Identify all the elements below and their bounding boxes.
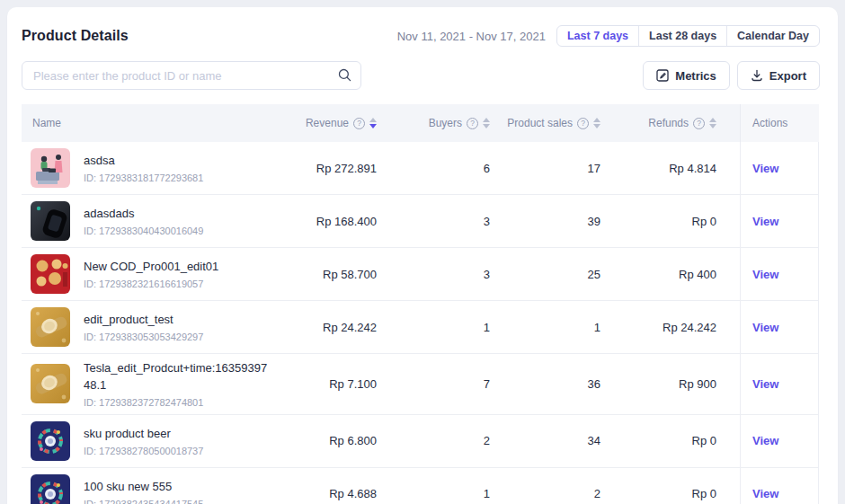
- product-name: edit_product_test: [84, 312, 203, 329]
- refunds-value: Rp 0: [600, 215, 716, 228]
- actions-cell: View: [740, 415, 819, 467]
- toolbar: Metrics Export: [7, 47, 838, 90]
- card-header: Product Details Nov 11, 2021 - Nov 17, 2…: [7, 7, 838, 47]
- table-body: asdsa ID: 1729383181772293681 Rp 272.891…: [22, 142, 818, 504]
- revenue-sort-icon[interactable]: [369, 118, 377, 128]
- search-icon[interactable]: [338, 68, 351, 82]
- product-sales-value: 39: [490, 215, 600, 228]
- column-header-revenue[interactable]: Revenue: [269, 117, 377, 129]
- view-link[interactable]: View: [752, 268, 778, 281]
- product-name-cell: Tesla_edit_Prodcut+time:1635939748.1 ID:…: [22, 354, 269, 414]
- view-link[interactable]: View: [752, 162, 778, 175]
- buyers-value: 3: [377, 268, 490, 281]
- buyers-value: 1: [377, 487, 490, 500]
- buyers-value: 7: [377, 377, 490, 391]
- gold-coins-red-thumb: [31, 254, 70, 294]
- view-link[interactable]: View: [752, 377, 778, 391]
- table-row: Tesla_edit_Prodcut+time:1635939748.1 ID:…: [22, 354, 818, 415]
- refunds-value: Rp 24.242: [600, 321, 716, 334]
- buyers-value: 3: [377, 215, 490, 228]
- product-name: asdsa: [84, 153, 203, 170]
- column-header-buyers[interactable]: Buyers: [377, 117, 490, 129]
- product-table: Name Revenue Buyers Product sales Refund…: [22, 104, 819, 504]
- refunds-value: Rp 0: [600, 487, 716, 500]
- export-download-icon: [751, 69, 763, 82]
- refunds-sort-icon[interactable]: [709, 118, 716, 128]
- metrics-button[interactable]: Metrics: [643, 61, 730, 90]
- product-thumbnail: [31, 421, 70, 461]
- view-link[interactable]: View: [752, 434, 778, 447]
- actions-cell: View: [740, 248, 819, 300]
- refunds-value: Rp 0: [600, 434, 716, 447]
- beer-product-navy-thumb: [31, 421, 70, 461]
- search-input[interactable]: [22, 61, 361, 90]
- product-thumbnail: [31, 474, 70, 504]
- export-button-label: Export: [769, 69, 806, 83]
- revenue-help-icon[interactable]: [353, 118, 365, 129]
- date-range-segmented-control: Last 7 days Last 28 days Calendar Day: [556, 25, 820, 47]
- table-row: sku product beer ID: 1729382780500018737…: [22, 415, 818, 468]
- product-thumbnail: [31, 307, 70, 347]
- range-button-calendar-day[interactable]: Calendar Day: [726, 26, 819, 46]
- table-row: edit_product_test ID: 172938305305342929…: [22, 301, 818, 354]
- beer-product-navy-thumb: [31, 474, 70, 504]
- product-thumbnail: [31, 254, 70, 294]
- table-header-row: Name Revenue Buyers Product sales Refund…: [22, 104, 818, 142]
- revenue-value: Rp 24.242: [269, 321, 377, 334]
- page-title: Product Details: [22, 28, 129, 44]
- product-sales-value: 36: [490, 377, 600, 391]
- metrics-button-label: Metrics: [675, 69, 716, 83]
- product-name: 100 sku new 555: [84, 479, 203, 496]
- product-id: ID: 1729383053053429297: [84, 332, 203, 342]
- table-actions: Metrics Export: [643, 61, 820, 90]
- view-link[interactable]: View: [752, 215, 778, 228]
- revenue-value: Rp 4.688: [269, 487, 377, 500]
- product-id: ID: 1729383040430016049: [84, 225, 203, 236]
- refunds-value: Rp 900: [600, 377, 716, 391]
- product-name: New COD_Pro001_edit01: [84, 259, 218, 276]
- smartwatch-photo-thumb: [31, 201, 70, 241]
- product-id: ID: 1729382372782474801: [84, 397, 269, 408]
- product-id: ID: 1729382435434417545: [84, 499, 203, 504]
- gold-watch-thumb: [31, 364, 70, 403]
- product-name-cell: asdsa ID: 1729383181772293681: [22, 142, 269, 194]
- actions-cell: View: [740, 468, 819, 504]
- refunds-value: Rp 4.814: [600, 162, 716, 175]
- gold-watch-thumb: [31, 307, 70, 347]
- range-button-last-7-days[interactable]: Last 7 days: [557, 26, 638, 46]
- revenue-value: Rp 168.400: [269, 215, 377, 228]
- column-header-refunds[interactable]: Refunds: [600, 117, 716, 129]
- buyers-sort-icon[interactable]: [483, 118, 490, 128]
- actions-cell: View: [740, 195, 819, 247]
- product-sales-help-icon[interactable]: [577, 118, 589, 129]
- column-header-name: Name: [22, 117, 269, 129]
- column-header-actions: Actions: [740, 104, 819, 142]
- export-button[interactable]: Export: [737, 61, 820, 90]
- product-name: Tesla_edit_Prodcut+time:1635939748.1: [84, 360, 269, 394]
- revenue-value: Rp 6.800: [269, 434, 377, 447]
- product-name-cell: sku product beer ID: 1729382780500018737: [22, 415, 269, 467]
- buyers-value: 6: [377, 162, 490, 175]
- column-header-product-sales[interactable]: Product sales: [490, 117, 600, 129]
- product-sales-value: 25: [490, 268, 600, 281]
- product-sales-sort-icon[interactable]: [593, 118, 600, 128]
- view-link[interactable]: View: [752, 487, 778, 500]
- metrics-edit-icon: [656, 69, 669, 82]
- view-link[interactable]: View: [752, 321, 778, 334]
- product-name-cell: edit_product_test ID: 172938305305342929…: [22, 301, 269, 353]
- product-name: sku product beer: [84, 426, 203, 443]
- buyers-help-icon[interactable]: [467, 118, 478, 129]
- product-id: ID: 1729383181772293681: [84, 172, 203, 183]
- checkout-illustration-thumb: [31, 148, 70, 188]
- buyers-value: 2: [377, 434, 490, 447]
- range-button-last-28-days[interactable]: Last 28 days: [638, 26, 726, 46]
- refunds-help-icon[interactable]: [693, 118, 705, 129]
- buyers-value: 1: [377, 321, 490, 334]
- revenue-value: Rp 7.100: [269, 377, 377, 391]
- revenue-value: Rp 272.891: [269, 162, 377, 175]
- table-row: New COD_Pro001_edit01 ID: 17293823216166…: [22, 248, 818, 301]
- actions-cell: View: [740, 354, 819, 414]
- actions-cell: View: [740, 142, 819, 194]
- product-thumbnail: [31, 364, 70, 403]
- table-row: adasdads ID: 1729383040430016049 Rp 168.…: [22, 195, 818, 248]
